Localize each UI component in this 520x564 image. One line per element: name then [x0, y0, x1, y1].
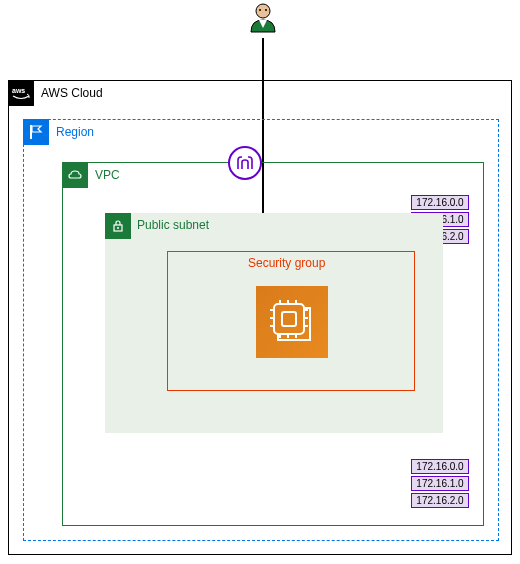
svg-point-2 — [265, 9, 267, 11]
region-label: Region — [56, 125, 94, 139]
vpc-icon — [62, 162, 88, 188]
svg-text:aws: aws — [12, 87, 25, 94]
ec2-instance-icon — [256, 286, 328, 358]
svg-point-1 — [259, 9, 261, 11]
user-icon — [245, 2, 281, 42]
cidr-blocks-bottom: 172.16.0.0 172.16.1.0 172.16.2.0 — [411, 459, 469, 510]
cidr-block: 172.16.0.0 — [411, 459, 469, 474]
security-group-label: Security group — [248, 256, 325, 270]
internet-gateway-icon — [228, 146, 262, 180]
svg-rect-8 — [282, 312, 296, 326]
aws-logo-icon: aws — [8, 80, 34, 106]
region-icon — [23, 119, 49, 145]
aws-cloud-container: aws AWS Cloud Region VPC 172.16.0.0 172.… — [8, 80, 512, 555]
public-subnet-container: Public subnet Security group — [105, 213, 443, 433]
subnet-icon — [105, 213, 131, 239]
aws-cloud-label: AWS Cloud — [41, 86, 103, 100]
cidr-block: 172.16.0.0 — [411, 195, 469, 210]
security-group-container: Security group — [167, 251, 415, 391]
public-subnet-label: Public subnet — [137, 218, 209, 232]
vpc-label: VPC — [95, 168, 120, 182]
vpc-container: VPC 172.16.0.0 172.16.1.0 172.16.2.0 Pub… — [62, 162, 484, 526]
cidr-block: 172.16.2.0 — [411, 493, 469, 508]
cidr-block: 172.16.1.0 — [411, 476, 469, 491]
svg-point-0 — [256, 4, 270, 18]
svg-rect-7 — [274, 304, 304, 334]
region-container: Region VPC 172.16.0.0 172.16.1.0 172.16.… — [23, 119, 499, 541]
svg-point-6 — [117, 227, 119, 229]
